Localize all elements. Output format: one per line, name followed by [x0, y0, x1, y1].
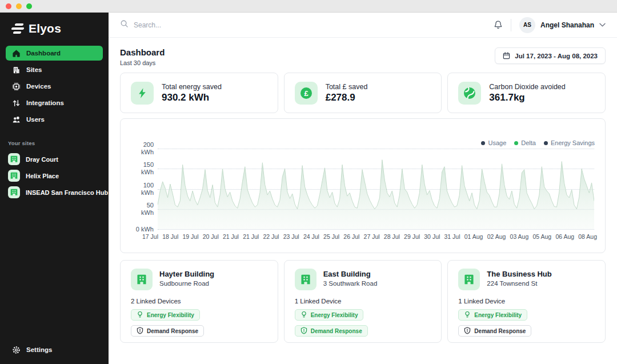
legend-item-delta[interactable]: Delta [514, 139, 536, 146]
sidebar-item-label: Dashboard [26, 50, 61, 57]
maximize-window-button[interactable] [26, 3, 32, 9]
sidebar-item-label: Users [26, 116, 45, 123]
notifications-button[interactable] [494, 20, 503, 30]
badge-label: Demand Response [474, 328, 526, 334]
legend-dot [544, 141, 548, 145]
y-axis-tick: 200kWh [141, 141, 154, 156]
badge-energy-flexibility: Energy Flexibility [295, 309, 364, 321]
sidebar-item-dashboard[interactable]: Dashboard [6, 46, 103, 61]
settings-label: Settings [26, 346, 52, 353]
x-axis-tick: 29 Jul [404, 233, 420, 240]
gridline [158, 229, 594, 230]
avatar: AS [519, 17, 535, 33]
legend-dot [481, 141, 485, 145]
legend-label: Delta [521, 139, 536, 146]
chart-y-axis: 200kWh150kWh100kWh50kWh0 kWh [124, 149, 154, 229]
x-axis-tick: 28 Jul [384, 233, 400, 240]
badge-label: Demand Response [311, 328, 362, 334]
buildings-row: Hayter Building Sudbourne Road 2 Linked … [120, 260, 606, 343]
y-axis-tick: 50kWh [141, 202, 154, 217]
site-name: Dray Court [26, 156, 58, 163]
bulb-icon [137, 311, 143, 319]
x-axis-tick: 21 Jul [243, 233, 259, 240]
x-axis-tick: 21 Jul [223, 233, 239, 240]
sidebar-item-devices[interactable]: Devices [6, 79, 103, 94]
your-sites-list: Dray Court Helix Place INSEAD San Franci… [0, 151, 109, 201]
main-content: AS Angel Shanahan Dashboard Last 30 days… [109, 13, 617, 364]
bolt-icon [131, 82, 154, 105]
stat-label: Total energy saved [162, 83, 222, 91]
legend-label: Usage [488, 139, 506, 146]
sidebar-item-settings[interactable]: Settings [6, 342, 103, 357]
stat-value: 930.2 kWh [162, 92, 222, 103]
building-icon [458, 269, 480, 290]
badge-label: Demand Response [147, 328, 198, 334]
sites-icon [11, 65, 21, 74]
sidebar-item-integrations[interactable]: Integrations [6, 95, 103, 110]
shield-icon [301, 327, 307, 335]
site-name: Helix Place [26, 173, 59, 179]
elyos-logo-icon [11, 23, 24, 34]
close-window-button[interactable] [6, 3, 11, 9]
search-icon [120, 19, 129, 30]
badge-energy-flexibility: Energy Flexibility [131, 309, 200, 321]
chevron-down-icon [599, 23, 606, 27]
sidebar-site-item[interactable]: Helix Place [0, 167, 109, 184]
badge-label: Energy Flexibility [474, 312, 522, 318]
stat-value: £278.9 [326, 92, 368, 103]
building-address: 3 Southwark Road [323, 280, 378, 287]
chart-legend: Usage Delta Energy Savings [481, 139, 595, 146]
x-axis-tick: 06 Aug [555, 233, 574, 240]
x-axis-tick: 27 Jul [364, 233, 380, 240]
search-input[interactable] [134, 21, 305, 29]
badge-row: Energy Flexibility Demand Response [295, 305, 431, 337]
x-axis-tick: 17 Jul [142, 233, 158, 240]
search-bar [120, 19, 494, 30]
chart-x-axis: 17 Jul18 Jul19 Jul20 Jul21 Jul21 Jul22 J… [142, 233, 597, 240]
stats-row: Total energy saved 930.2 kWh£ Total £ sa… [109, 73, 617, 113]
x-axis-tick: 23 Jul [283, 233, 299, 240]
sidebar-item-sites[interactable]: Sites [6, 62, 103, 77]
building-icon [8, 170, 20, 182]
window-titlebar [0, 0, 617, 13]
badge-row: Energy Flexibility Demand Response [131, 305, 267, 337]
building-card[interactable]: East Building 3 Southwark Road 1 Linked … [284, 260, 442, 343]
legend-item-energy-savings[interactable]: Energy Savings [544, 139, 595, 146]
bulb-icon [464, 311, 471, 319]
stat-card: Total energy saved 930.2 kWh [120, 73, 278, 113]
sidebar: Elyos Dashboard Sites Devices Integratio… [0, 13, 109, 364]
legend-dot [514, 141, 518, 145]
stat-value: 361.7kg [489, 92, 565, 103]
calendar-icon [503, 52, 510, 59]
building-address: Sudbourne Road [159, 280, 214, 287]
building-name: Hayter Building [159, 269, 214, 278]
globe-icon [458, 82, 481, 105]
y-axis-tick: 100kWh [141, 182, 154, 197]
sidebar-item-label: Devices [26, 83, 51, 90]
building-card[interactable]: The Business Hub 224 Townsend St 1 Linke… [447, 260, 606, 343]
sidebar-item-users[interactable]: Users [6, 112, 103, 127]
sidebar-site-item[interactable]: Dray Court [0, 151, 109, 167]
minimize-window-button[interactable] [16, 3, 22, 9]
building-icon [131, 269, 153, 290]
building-icon [8, 153, 20, 165]
badge-row: Energy Flexibility Demand Response [458, 305, 595, 337]
building-card[interactable]: Hayter Building Sudbourne Road 2 Linked … [120, 260, 278, 343]
user-menu[interactable]: AS Angel Shanahan [519, 17, 606, 33]
topbar-divider [511, 19, 511, 31]
x-axis-tick: 18 Jul [162, 233, 178, 240]
x-axis-tick: 08 Aug [578, 233, 597, 240]
sidebar-site-item[interactable]: INSEAD San Francisco Hub [0, 184, 109, 201]
page-title: Dashboard [120, 47, 165, 57]
date-range-picker[interactable]: Jul 17, 2023 - Aug 08, 2023 [495, 47, 606, 64]
stat-label: Total £ saved [326, 83, 368, 91]
gear-icon [11, 345, 21, 354]
x-axis-tick: 24 Jul [303, 233, 319, 240]
x-axis-tick: 03 Aug [510, 233, 529, 240]
badge-demand-response: Demand Response [295, 325, 368, 337]
building-name: East Building [323, 269, 378, 278]
legend-item-usage[interactable]: Usage [481, 139, 506, 146]
app-logo-text: Elyos [29, 22, 61, 35]
x-axis-tick: 19 Jul [182, 233, 198, 240]
building-icon [295, 269, 316, 290]
